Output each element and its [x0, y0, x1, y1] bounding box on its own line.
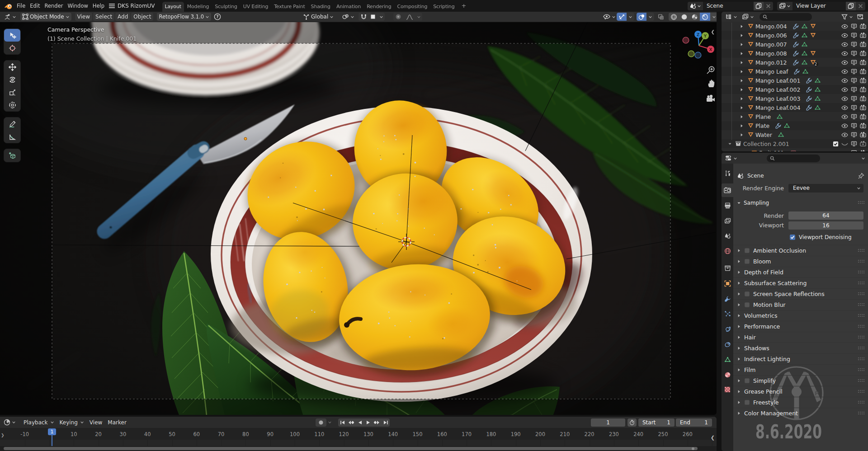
- outliner-object-row[interactable]: Mango.004: [722, 22, 868, 31]
- snap-target-icon[interactable]: [368, 13, 377, 21]
- section-checkbox[interactable]: [744, 399, 750, 405]
- panel-drag-dots[interactable]: [858, 411, 864, 416]
- panel-drag-dots[interactable]: [858, 390, 864, 394]
- properties-section-header[interactable]: Volumetrics: [733, 310, 868, 321]
- jump-to-end-button[interactable]: [381, 418, 390, 427]
- disable-viewport-icon[interactable]: [851, 105, 857, 110]
- modifier-wrench-icon[interactable]: [806, 78, 812, 84]
- proportional-dropdown[interactable]: [415, 13, 422, 21]
- disable-viewport-icon[interactable]: [851, 33, 857, 38]
- hide-eye-icon[interactable]: [841, 87, 848, 92]
- tool-transform[interactable]: [4, 99, 20, 111]
- hide-eye-icon[interactable]: [841, 42, 848, 47]
- disable-render-icon[interactable]: [860, 150, 866, 151]
- properties-section-header[interactable]: Depth of Field: [733, 267, 868, 277]
- disable-render-icon[interactable]: [860, 33, 866, 38]
- timeline-collapse-arrow[interactable]: ❮: [711, 435, 715, 441]
- outliner-collection-row[interactable]: Collection 2.001: [722, 139, 868, 148]
- outliner-filter-button[interactable]: [840, 13, 855, 21]
- properties-section-header[interactable]: Performance: [733, 321, 868, 332]
- snap-toggle[interactable]: [359, 13, 368, 21]
- section-checkbox[interactable]: [744, 378, 750, 384]
- menu-window[interactable]: Window: [65, 0, 90, 12]
- hide-eye-icon[interactable]: [841, 114, 848, 119]
- tab-output[interactable]: [722, 199, 733, 212]
- disable-viewport-icon[interactable]: [851, 23, 857, 29]
- mesh-data-icon[interactable]: [802, 60, 807, 65]
- tab-modifiers[interactable]: [722, 292, 733, 305]
- modifier-wrench-icon[interactable]: [806, 105, 812, 111]
- panel-drag-dots[interactable]: [858, 357, 864, 362]
- mesh-data-icon[interactable]: [802, 42, 807, 47]
- tab-object[interactable]: [722, 277, 733, 290]
- playhead-frame-badge[interactable]: 1: [48, 428, 56, 435]
- tab-tool[interactable]: [722, 166, 733, 180]
- workspace-tab-compositing[interactable]: Compositing: [395, 2, 430, 12]
- app-workspace-menu[interactable]: DKS RizomUV: [107, 3, 158, 9]
- tab-render[interactable]: [722, 183, 733, 197]
- modifier-wrench-icon[interactable]: [775, 123, 781, 129]
- outliner-display-mode-button[interactable]: [740, 13, 756, 21]
- disable-render-icon[interactable]: [860, 123, 866, 128]
- proportional-edit-toggle[interactable]: [393, 13, 403, 21]
- object-visibility-dropdown[interactable]: [601, 13, 618, 21]
- panel-drag-dots[interactable]: [858, 314, 864, 318]
- outliner-search-input[interactable]: [760, 13, 812, 21]
- section-checkbox[interactable]: [744, 248, 750, 254]
- modifier-wrench-icon[interactable]: [793, 23, 799, 29]
- properties-section-header[interactable]: Ambient Occlusion: [733, 245, 868, 256]
- outliner-object-row[interactable]: Plane: [722, 112, 868, 121]
- disable-viewport-icon[interactable]: [851, 42, 857, 47]
- playhead-line[interactable]: [52, 435, 52, 446]
- menu-render[interactable]: Render: [42, 0, 66, 12]
- use-preview-range-button[interactable]: [627, 418, 637, 427]
- section-checkbox[interactable]: [744, 302, 750, 308]
- shading-wireframe-button[interactable]: [669, 13, 679, 21]
- play-button[interactable]: [364, 418, 373, 427]
- breadcrumb-label[interactable]: Scene: [747, 173, 764, 179]
- modifier-wrench-icon[interactable]: [793, 42, 799, 47]
- add-workspace-button[interactable]: +: [458, 0, 470, 11]
- retopoflow-dropdown[interactable]: RetopoFlow 3.1.0: [157, 13, 211, 21]
- viewport-3d[interactable]: Object Mode View Select Add Object Retop…: [0, 12, 717, 415]
- camera-view-icon[interactable]: [707, 95, 715, 102]
- timeline-expand-arrow[interactable]: ❯: [1, 433, 5, 437]
- properties-section-header[interactable]: Indirect Lighting: [733, 353, 868, 364]
- mesh-data-icon[interactable]: [815, 87, 821, 92]
- workspace-tab-uv-editing[interactable]: UV Editing: [241, 2, 271, 12]
- disable-render-icon[interactable]: [860, 78, 866, 83]
- show-overlays-toggle[interactable]: [637, 13, 646, 21]
- properties-section-header[interactable]: Motion Blur: [733, 299, 868, 310]
- tab-view-layer[interactable]: [722, 214, 733, 228]
- sampling-viewport-field[interactable]: 16: [788, 221, 863, 230]
- pivot-point-dropdown[interactable]: [340, 13, 356, 21]
- timeline-editor-type-button[interactable]: [2, 418, 18, 427]
- panel-drag-dots[interactable]: [858, 270, 864, 275]
- tab-particles[interactable]: [722, 307, 733, 320]
- disable-render-icon[interactable]: [860, 42, 866, 47]
- outliner-object-row[interactable]: Mango Leaf: [722, 67, 868, 76]
- outliner-object-row[interactable]: Plate: [722, 121, 868, 130]
- workspace-tab-modeling[interactable]: Modeling: [184, 2, 212, 12]
- prev-keyframe-button[interactable]: [347, 418, 355, 427]
- tab-world[interactable]: [722, 244, 733, 258]
- mesh-data-icon[interactable]: [815, 105, 821, 110]
- hide-eye-icon[interactable]: [841, 105, 848, 110]
- zoom-icon[interactable]: [707, 66, 714, 74]
- outliner-object-row[interactable]: Mango Leaf.003: [722, 94, 868, 103]
- disable-viewport-icon[interactable]: [851, 114, 857, 119]
- shading-material-button[interactable]: [689, 13, 700, 21]
- tool-move[interactable]: [4, 61, 20, 73]
- tab-texture[interactable]: [722, 383, 733, 396]
- tab-material[interactable]: [722, 368, 733, 381]
- menu-edit[interactable]: Edit: [28, 0, 42, 12]
- disable-viewport-icon[interactable]: [851, 150, 857, 151]
- shading-solid-button[interactable]: [679, 13, 689, 21]
- outliner-partial-row[interactable]: Fruit.001: [722, 148, 868, 151]
- next-keyframe-button[interactable]: [373, 418, 381, 427]
- child-mesh-icon[interactable]: [810, 23, 816, 29]
- retopoflow-help-button[interactable]: ?: [212, 13, 223, 21]
- mesh-data-icon[interactable]: [802, 51, 807, 56]
- hide-eye-icon[interactable]: [841, 51, 848, 56]
- section-checkbox[interactable]: [744, 291, 750, 297]
